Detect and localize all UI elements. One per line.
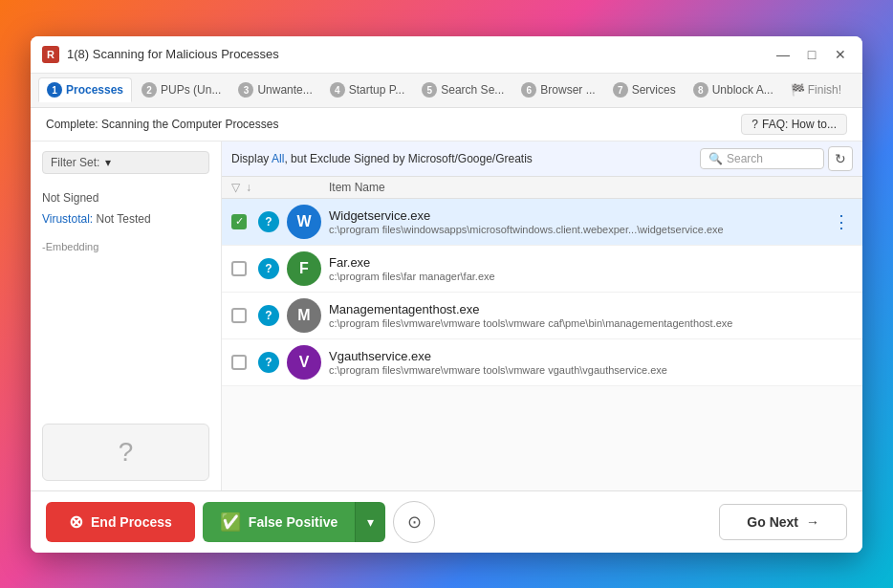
table-row[interactable]: ? V Vgauthservice.exe c:\program files\v…	[222, 339, 862, 386]
filter-set-label: Filter Set:	[51, 156, 99, 169]
shield-question-icon: ?	[258, 211, 279, 232]
tab-search-se---[interactable]: 5Search Se...	[414, 78, 512, 101]
tab-label: Services	[632, 83, 676, 97]
row-info: Far.exe c:\program files\far manager\far…	[329, 255, 853, 282]
titlebar: R 1(8) Scanning for Malicious Processes …	[31, 36, 862, 74]
tab-label: Startup P...	[349, 83, 404, 97]
go-next-button[interactable]: Go Next →	[719, 504, 847, 540]
check-circle-icon: ✅	[220, 512, 241, 533]
row-info: Vgauthservice.exe c:\program files\vmwar…	[329, 349, 853, 376]
row-context-menu-button[interactable]: ⋮	[830, 211, 853, 232]
tab-num: 2	[142, 82, 157, 98]
tab-num: 5	[422, 82, 437, 98]
main-window: R 1(8) Scanning for Malicious Processes …	[31, 36, 862, 553]
main-content: Filter Set: ▾ Not Signed Virustotal: Not…	[31, 142, 862, 490]
table-body: ✓ ? W Widgetservice.exe c:\program files…	[222, 199, 862, 490]
false-positive-button[interactable]: ✅ False Positive	[203, 502, 355, 542]
row-process-path: c:\program files\far manager\far.exe	[329, 271, 853, 282]
tab-label: Browser ...	[540, 83, 595, 97]
help-circle-icon: ⊙	[407, 512, 422, 533]
shield-question-icon: ?	[258, 305, 279, 326]
end-process-button[interactable]: ⊗ End Process	[46, 502, 195, 542]
status-text: Complete: Scanning the Computer Processe…	[46, 118, 278, 131]
row-shield-cell: ?	[258, 258, 287, 279]
shield-question-icon: ?	[258, 258, 279, 279]
resize-handle[interactable]	[217, 142, 221, 490]
app-icon: R	[42, 46, 59, 63]
row-checkbox-cell	[231, 308, 258, 323]
false-positive-group: ✅ False Positive ▾	[203, 502, 385, 542]
status-bar: Complete: Scanning the Computer Processe…	[31, 108, 862, 142]
embed-label: -Embedding	[42, 241, 209, 252]
checkbox-unchecked[interactable]	[231, 355, 247, 370]
signed-link-text: Signed	[63, 191, 98, 205]
tab-label: PUPs (Un...	[161, 83, 221, 97]
sort-desc-icon: ▽	[231, 181, 240, 194]
tab-browser----[interactable]: 6Browser ...	[513, 78, 602, 101]
row-info: Managementagenthost.exe c:\program files…	[329, 302, 853, 329]
shield-question-icon: ?	[258, 352, 279, 373]
row-app-icon-cell: M	[287, 298, 329, 333]
search-box[interactable]: 🔍 Search	[700, 148, 824, 169]
help-button[interactable]: ⊙	[393, 501, 435, 543]
checkbox-unchecked[interactable]	[231, 261, 247, 276]
refresh-button[interactable]: ↻	[828, 146, 853, 171]
tab-unblock-a---[interactable]: 8Unblock A...	[686, 78, 781, 101]
chevron-down-icon-fp: ▾	[367, 514, 374, 530]
chevron-down-icon: ▾	[105, 156, 111, 169]
faq-button[interactable]: ? FAQ: How to...	[741, 114, 847, 135]
checkbox-checked[interactable]: ✓	[231, 214, 247, 229]
row-process-path: c:\program files\vmware\vmware tools\vmw…	[329, 364, 853, 376]
sort-asc-icon: ↓	[246, 181, 251, 194]
finish-label: Finish!	[808, 83, 841, 97]
question-icon: ?	[751, 118, 758, 131]
virustotal-link[interactable]: Virustotal: Not Tested	[42, 212, 209, 226]
tab-pups--un---[interactable]: 2PUPs (Un...	[134, 78, 229, 101]
filter-bar: Display All, but Exclude Signed by Micro…	[222, 142, 862, 177]
not-prefix: Not	[42, 191, 60, 205]
titlebar-left: R 1(8) Scanning for Malicious Processes	[42, 46, 279, 63]
row-app-icon-cell: W	[287, 205, 329, 239]
filter-set-button[interactable]: Filter Set: ▾	[42, 151, 209, 174]
tab-processes[interactable]: 1Processes	[38, 77, 132, 102]
search-placeholder: Search	[727, 152, 763, 165]
tab-unwante---[interactable]: 3Unwante...	[230, 78, 319, 101]
x-circle-icon: ⊗	[69, 512, 83, 533]
arrow-right-icon: →	[806, 514, 819, 530]
app-circle-icon: V	[287, 345, 321, 380]
row-process-name: Widgetservice.exe	[329, 208, 830, 223]
app-circle-icon: M	[287, 298, 321, 333]
maximize-button[interactable]: □	[801, 44, 822, 65]
tab-services[interactable]: 7Services	[605, 78, 684, 101]
tab-num: 4	[330, 82, 345, 98]
question-mark-panel[interactable]: ?	[42, 424, 209, 481]
false-positive-dropdown[interactable]: ▾	[355, 502, 385, 542]
table-row[interactable]: ✓ ? W Widgetservice.exe c:\program files…	[222, 199, 862, 246]
tab-startup-p---[interactable]: 4Startup P...	[322, 78, 412, 101]
titlebar-controls: — □ ✕	[773, 44, 851, 65]
close-button[interactable]: ✕	[830, 44, 851, 65]
minimize-button[interactable]: —	[773, 44, 794, 65]
table-row[interactable]: ? M Managementagenthost.exe c:\program f…	[222, 293, 862, 339]
not-signed-link[interactable]: Not Signed	[42, 191, 209, 205]
row-shield-cell: ?	[258, 305, 287, 326]
row-process-path: c:\program files\vmware\vmware tools\vmw…	[329, 317, 853, 329]
tab-num: 7	[613, 82, 628, 98]
app-circle-icon: F	[287, 251, 321, 286]
tab-label: Unwante...	[257, 83, 312, 97]
table-row[interactable]: ? F Far.exe c:\program files\far manager…	[222, 246, 862, 293]
checkbox-unchecked[interactable]	[231, 308, 247, 323]
false-positive-label: False Positive	[249, 514, 338, 530]
tab-label: Unblock A...	[712, 83, 773, 97]
tab-finish[interactable]: 🏁Finish!	[783, 79, 849, 100]
row-info: Widgetservice.exe c:\program files\windo…	[329, 208, 830, 235]
row-app-icon-cell: V	[287, 345, 329, 380]
sort-check-col[interactable]: ▽ ↓	[231, 181, 258, 194]
row-shield-cell: ?	[258, 352, 287, 373]
filter-text: Display All, but Exclude Signed by Micro…	[231, 152, 533, 165]
row-checkbox-cell: ✓	[231, 214, 258, 229]
row-app-icon-cell: F	[287, 251, 329, 286]
window-title: 1(8) Scanning for Malicious Processes	[67, 47, 279, 61]
row-checkbox-cell	[231, 261, 258, 276]
right-panel: Display All, but Exclude Signed by Micro…	[222, 142, 862, 490]
